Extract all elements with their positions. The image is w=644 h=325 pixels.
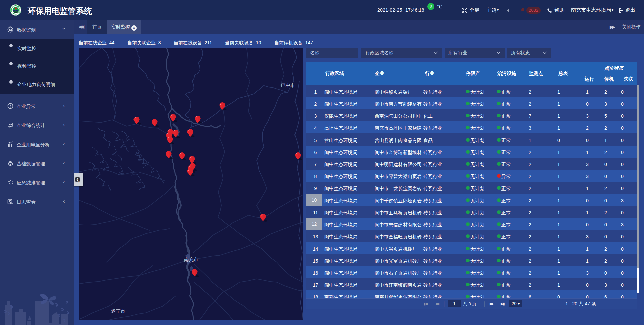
svg-text:南充市: 南充市 — [184, 257, 198, 262]
svg-text:巴中市: 巴中市 — [281, 83, 295, 88]
svg-text:遂宁市: 遂宁市 — [111, 308, 125, 314]
